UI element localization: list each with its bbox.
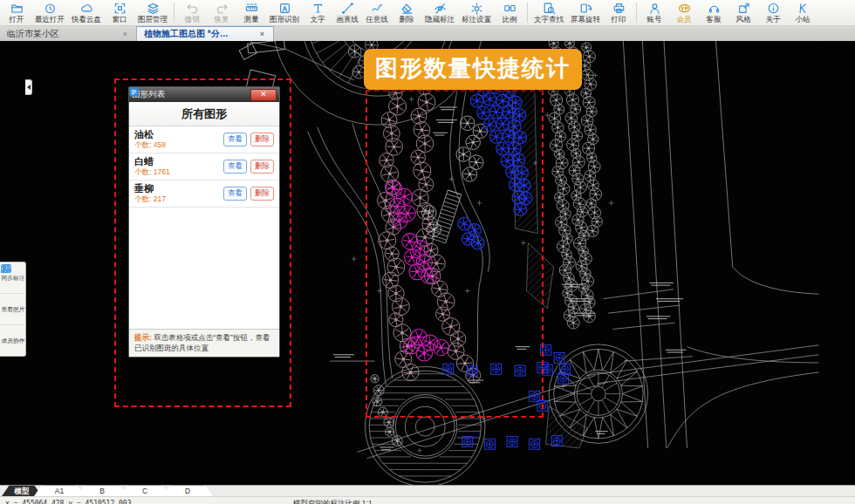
view-button[interactable]: 查看 <box>223 187 247 201</box>
hide-icon <box>434 2 447 15</box>
status-bar: x = 455064.428 y = 4510512.003 模型空间的标注比例… <box>0 496 855 504</box>
layout-tab-D[interactable]: D <box>162 485 213 496</box>
toolbar-group: 撤销恢复测量图形识别文字画直线任意线删除隐藏标注标注设置比例 <box>177 0 524 25</box>
toolbar-label: 任意线 <box>366 15 388 24</box>
doc-tab-1[interactable]: 临沂市某小区× <box>0 26 137 41</box>
toolbar-headset-button[interactable]: 客服 <box>699 0 728 25</box>
toolbar-label: 屏幕旋转 <box>571 15 600 24</box>
dialog-title: 图形列表 <box>132 89 247 100</box>
ocr-icon <box>278 2 291 15</box>
toolbar-print-button[interactable]: 打印 <box>604 0 633 25</box>
chevron-left-icon <box>27 85 31 90</box>
toolbar-label: 比例 <box>503 15 517 24</box>
toolbar-undo-button: 撤销 <box>177 0 207 25</box>
toolbar-line-button[interactable]: 画直线 <box>332 0 362 25</box>
toolbar-label: 文字查找 <box>534 15 564 24</box>
toolbar-label: 最近打开 <box>35 15 65 24</box>
toolbar-vip-button[interactable]: 会员 <box>669 0 699 25</box>
k-icon <box>797 2 810 15</box>
style-icon <box>737 2 750 15</box>
delete-button[interactable]: 删除 <box>250 160 274 174</box>
doc-tab-label: 临沂市某小区 <box>7 28 59 40</box>
cad-viewer-window: 打开最近打开快看云盘窗口图层管理撤销恢复测量图形识别文字画直线任意线删除隐藏标注… <box>0 0 855 504</box>
toolbar-label: 图形识别 <box>270 15 299 24</box>
ratio-icon <box>503 2 516 15</box>
plant-name: 白蜡 <box>134 156 220 167</box>
user-icon <box>648 2 661 15</box>
row-info: 白蜡 个数: 1761 <box>134 156 220 177</box>
close-icon[interactable]: ✕ <box>250 89 277 101</box>
info-icon <box>767 2 780 15</box>
toolbar-clock-button[interactable]: 最近打开 <box>31 0 68 25</box>
cad-canvas[interactable]: 图形数量快捷统计 图形列表 ✕ 所有图形 油松 个数: 458 查看 删除 白蜡… <box>0 41 855 485</box>
annotation-scale: 模型空间的标注比例 1:1 <box>293 499 373 504</box>
toolbar-ruler-button[interactable]: 测量 <box>236 0 266 25</box>
toolbar-rotate-button[interactable]: 屏幕旋转 <box>567 0 604 25</box>
cloud-icon <box>80 2 93 15</box>
graphics-list: 油松 个数: 458 查看 删除 白蜡 个数: 1761 查看 删除 垂柳 个数… <box>129 126 279 329</box>
delete-button[interactable]: 删除 <box>250 133 274 146</box>
toolbar-label: 删除 <box>400 15 414 24</box>
view-button[interactable]: 查看 <box>223 160 247 174</box>
toolbar-eraser-button[interactable]: 删除 <box>392 0 421 25</box>
text-icon <box>311 2 325 15</box>
plant-count: 个数: 458 <box>134 140 220 150</box>
sidepanel-label: 同步标注 <box>1 274 24 282</box>
toolbar-info-button[interactable]: 关于 <box>758 0 788 25</box>
toolbar-search-button[interactable]: 文字查找 <box>530 0 567 25</box>
main-toolbar: 打开最近打开快看云盘窗口图层管理撤销恢复测量图形识别文字画直线任意线删除隐藏标注… <box>0 0 855 26</box>
layout-tab-A1[interactable]: A1 <box>34 485 85 496</box>
layout-tab-C[interactable]: C <box>120 485 170 496</box>
toolbar-label: 客服 <box>707 15 722 24</box>
tab-close-icon[interactable]: × <box>258 30 266 38</box>
tab-close-icon[interactable]: × <box>121 30 129 38</box>
sidepanel-team-button[interactable]: 成员协作 <box>0 325 25 356</box>
toolbar-redo-button: 恢复 <box>207 0 236 25</box>
toolbar-separator <box>636 3 637 23</box>
toolbar-label: 打开 <box>10 15 24 24</box>
layout-tab-B[interactable]: B <box>77 485 127 496</box>
graphics-list-row[interactable]: 白蜡 个数: 1761 查看 删除 <box>129 153 279 180</box>
folder-icon <box>10 2 24 15</box>
toolbar-separator <box>174 3 174 23</box>
toolbar-ratio-button[interactable]: 比例 <box>495 0 524 25</box>
toolbar-gear-button[interactable]: 标注设置 <box>458 0 495 25</box>
panel-collapse-arrow[interactable] <box>25 79 32 95</box>
gear-icon <box>470 2 483 15</box>
toolbar-hide-button[interactable]: 隐藏标注 <box>421 0 458 25</box>
toolbar-label: 关于 <box>766 15 781 24</box>
toolbar-ocr-button[interactable]: 图形识别 <box>266 0 303 25</box>
dialog-titlebar[interactable]: 图形列表 ✕ <box>129 87 279 102</box>
team-icon <box>0 262 12 275</box>
doc-tab-2[interactable]: 植物施工图总图 *分…× <box>137 26 274 41</box>
sidepanel-photo-button[interactable]: 查看照片 <box>0 294 25 325</box>
view-button[interactable]: 查看 <box>223 133 247 146</box>
toolbar-label: 打印 <box>612 15 626 24</box>
toolbar-group: 打开最近打开快看云盘窗口图层管理 <box>2 0 171 25</box>
toolbar-folder-button[interactable]: 打开 <box>2 0 31 25</box>
toolbar-user-button[interactable]: 账号 <box>640 0 669 25</box>
toolbar-label: 恢复 <box>215 15 229 24</box>
hint-text: 双击表格项或点击“查看”按钮，查看已识别图斑的具体位置 <box>134 333 270 352</box>
toolbar-label: 会员 <box>677 15 692 24</box>
toolbar-text-button[interactable]: 文字 <box>303 0 332 25</box>
highlight-rect-selection <box>366 90 544 418</box>
toolbar-cloud-button[interactable]: 快看云盘 <box>68 0 105 25</box>
toolbar-window-button[interactable]: 窗口 <box>105 0 134 25</box>
toolbar-label: 撤销 <box>185 15 200 24</box>
toolbar-label: 小站 <box>796 15 811 24</box>
toolbar-k-button[interactable]: 小站 <box>788 0 817 25</box>
toolbar-layers-button[interactable]: 图层管理 <box>134 0 171 25</box>
toolbar-label: 文字 <box>311 15 325 24</box>
plant-name: 垂柳 <box>134 183 220 194</box>
delete-button[interactable]: 删除 <box>250 187 274 201</box>
graphics-list-row[interactable]: 油松 个数: 458 查看 删除 <box>129 126 279 153</box>
sidepanel-label: 成员协作 <box>1 337 24 344</box>
feature-banner: 图形数量快捷统计 <box>364 49 582 90</box>
toolbar-style-button[interactable]: 风格 <box>728 0 758 25</box>
toolbar-group: 文字查找屏幕旋转打印 <box>530 0 633 25</box>
search-icon <box>543 2 556 15</box>
toolbar-freeline-button[interactable]: 任意线 <box>362 0 392 25</box>
plant-count: 个数: 1761 <box>134 167 220 177</box>
graphics-list-row[interactable]: 垂柳 个数: 217 查看 删除 <box>129 180 279 208</box>
